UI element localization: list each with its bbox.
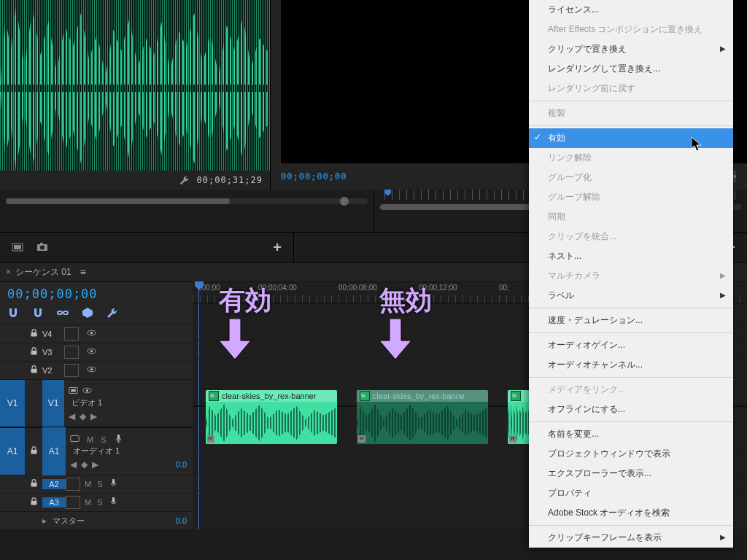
panel-menu-icon[interactable]: ≡ [80, 266, 88, 278]
magnet-icon[interactable] [32, 307, 44, 319]
track-header-v4[interactable]: V4 [0, 324, 193, 343]
solo-button[interactable]: S [91, 498, 108, 507]
mute-button[interactable]: M [85, 498, 91, 507]
menu-item[interactable]: プロジェクトウィンドウで表示 [529, 444, 733, 464]
toggle-output-icon[interactable] [66, 496, 80, 509]
fx-badge-icon[interactable] [209, 391, 219, 401]
master-expand-icon[interactable]: ▸ [42, 516, 50, 526]
audio-clip-enabled[interactable]: clear-skies_by_rex-banner R [206, 390, 337, 444]
track-target-v1[interactable]: V1 [42, 380, 64, 427]
eye-icon[interactable] [82, 386, 92, 397]
wrench-icon[interactable] [179, 175, 190, 185]
export-frame-icon[interactable] [12, 241, 23, 253]
mute-button[interactable]: M [85, 480, 91, 489]
source-scroll-thumb[interactable] [6, 198, 230, 204]
menu-item[interactable]: Adobe Stock オーディオを検索 [529, 503, 733, 523]
lock-icon[interactable] [25, 497, 42, 508]
close-icon[interactable]: × [6, 267, 11, 277]
solo-button[interactable]: S [101, 435, 106, 444]
menu-item[interactable]: プロパティ [529, 483, 733, 503]
track-name-v1[interactable]: ビデオ 1 [69, 397, 193, 408]
eye-icon[interactable] [83, 346, 99, 358]
snap-icon[interactable] [7, 307, 19, 319]
voice-over-icon[interactable] [109, 497, 118, 508]
lock-icon[interactable] [25, 478, 42, 490]
menu-item[interactable]: オーディオゲイン... [529, 335, 733, 355]
audio-level[interactable]: 0.0 [103, 460, 193, 469]
voice-over-icon[interactable] [109, 478, 118, 490]
fx-badge-icon[interactable] [360, 391, 370, 401]
menu-item[interactable]: オーディオチャンネル... [529, 355, 733, 375]
track-header-a1[interactable]: A1 A1 M S オーディオ 1 ◀ ◆ [0, 427, 193, 475]
program-timecode[interactable]: 00;00;00;00 [281, 171, 347, 182]
menu-item[interactable]: ラベル ▶ [529, 286, 733, 306]
keyframe-next-icon[interactable]: ▶ [90, 411, 97, 421]
menu-item[interactable]: 名前を変更... [529, 424, 733, 444]
keyframe-diamond-icon[interactable]: ◆ [80, 411, 86, 421]
menu-item[interactable]: ✓ 有効 [529, 128, 733, 148]
menu-item[interactable]: ライセンス... [529, 0, 733, 20]
solo-button[interactable]: S [91, 480, 108, 489]
source-monitor[interactable]: 00;00;31;29 [0, 0, 271, 190]
source-patch-a1[interactable]: A1 [0, 428, 25, 475]
track-header-a3[interactable]: A3 M S [0, 493, 193, 511]
menu-item[interactable]: クリップで置き換え ▶ [529, 39, 733, 59]
playhead-marker-icon[interactable] [384, 188, 391, 195]
timeline-timecode[interactable]: 00;00;00;00 [0, 282, 193, 306]
lock-icon[interactable] [25, 446, 42, 457]
track-label[interactable]: V2 [42, 366, 64, 375]
keyframe-next-icon[interactable]: ▶ [92, 459, 98, 470]
audio-clip[interactable]: R [508, 390, 530, 444]
settings-wrench-icon[interactable] [107, 307, 118, 319]
track-header-v3[interactable]: V3 [0, 343, 193, 361]
toggle-output-icon[interactable] [66, 478, 80, 491]
clip-context-menu[interactable]: ライセンス... After Effects コンポジションに置き換え クリップ… [529, 0, 733, 548]
menu-item[interactable]: クリップキーフレームを表示 ▶ [529, 528, 733, 548]
toggle-output-icon[interactable] [70, 434, 80, 446]
marker-icon[interactable] [82, 307, 93, 319]
menu-item[interactable]: ネスト... [529, 246, 733, 266]
track-header-master[interactable]: ▸ マスター 0.0 [0, 511, 193, 529]
track-target[interactable]: A2 [42, 479, 66, 489]
source-timecode[interactable]: 00;00;31;29 [197, 175, 263, 185]
eye-icon[interactable] [83, 328, 99, 340]
fx-badge-icon[interactable] [511, 391, 521, 401]
track-header-a2[interactable]: A2 M S [0, 475, 193, 493]
track-label[interactable]: V4 [42, 330, 64, 338]
track-header-v1[interactable]: V1 V1 ビデオ 1 ◀ ◆ ▶ [0, 379, 193, 427]
menu-item[interactable]: レンダリングして置き換え... [529, 59, 733, 79]
check-icon: ✓ [534, 132, 541, 142]
add-button-icon[interactable]: + [273, 239, 282, 256]
master-level[interactable]: 0.0 [85, 516, 193, 525]
toggle-output-icon[interactable] [64, 327, 79, 341]
keyframe-diamond-icon[interactable]: ◆ [81, 459, 88, 470]
lock-icon[interactable] [25, 346, 42, 358]
toggle-output-icon[interactable] [64, 346, 79, 359]
track-target-a1[interactable]: A1 [42, 427, 66, 475]
keyframe-prev-icon[interactable]: ◀ [69, 411, 75, 421]
toggle-output-icon[interactable] [69, 386, 78, 397]
audio-clip-disabled[interactable]: clear-skies_by_rex-banne R [357, 390, 488, 444]
camera-icon[interactable] [36, 241, 48, 253]
down-arrow-icon [219, 319, 271, 366]
lock-icon[interactable] [25, 365, 42, 376]
keyframe-prev-icon[interactable]: ◀ [70, 459, 77, 470]
lock-icon[interactable] [25, 328, 42, 340]
toggle-output-icon[interactable] [64, 364, 79, 377]
menu-item[interactable]: エクスプローラーで表示... [529, 464, 733, 483]
track-target[interactable]: A3 [42, 497, 66, 508]
linked-selection-icon[interactable] [57, 307, 69, 319]
track-name-a1[interactable]: オーディオ 1 [70, 446, 193, 456]
eye-icon[interactable] [83, 365, 99, 376]
zoom-knob[interactable] [340, 197, 349, 206]
track-header-v2[interactable]: V2 [0, 361, 193, 379]
menu-item[interactable]: 速度・デュレーション... [529, 311, 733, 330]
mute-button[interactable]: M [87, 435, 93, 444]
menu-item: グループ化 [529, 168, 733, 187]
voice-over-icon[interactable] [114, 434, 123, 446]
chevron-down-icon: ▾ [733, 173, 737, 180]
track-label[interactable]: V3 [42, 348, 64, 357]
sequence-tab[interactable]: シーケンス 01 [15, 266, 71, 279]
menu-item[interactable]: オフラインにする... [529, 400, 733, 419]
source-patch-v1[interactable]: V1 [0, 380, 25, 427]
